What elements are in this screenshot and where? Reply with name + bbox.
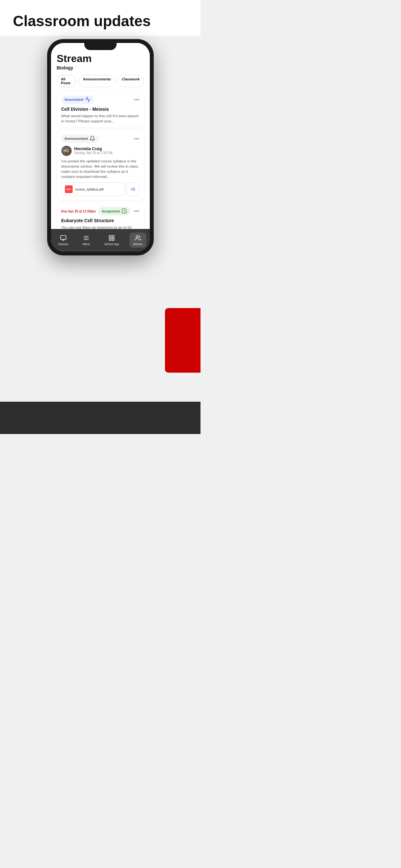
nav-rooms[interactable]: Rooms <box>129 232 147 248</box>
phone-frame: Stream Biology All Posts Announcements C… <box>47 39 154 255</box>
stream-header: Stream Biology <box>57 53 144 70</box>
card-announcement-header: Announcement ••• <box>61 135 140 143</box>
avatar: HC <box>61 146 72 156</box>
card-assessment[interactable]: Assessment ••• Cell Division - Meiosis W… <box>57 92 144 128</box>
card1-title: Cell Division - Meiosis <box>61 106 140 112</box>
tab-classwork[interactable]: Classwork <box>118 75 144 87</box>
assignment-badge: Assignment <box>98 207 130 215</box>
svg-point-8 <box>136 236 138 238</box>
author-date: Sunday, Apr 19 at 2:35 PM <box>74 151 113 155</box>
card-assignment-header: Due Apr 25 at 11:59pm Assignment <box>61 207 140 215</box>
nav-menu[interactable]: Menu <box>79 232 94 248</box>
nav-school-app-label: School App <box>104 243 119 246</box>
assessment-badge: Assessment <box>61 96 94 104</box>
phone-notch <box>84 43 117 50</box>
card1-more-button[interactable]: ••• <box>134 97 140 103</box>
card3-body: You can use them as resources to go to f… <box>61 225 140 228</box>
assignment-badge-label: Assignment <box>102 210 120 213</box>
phone-screen: Stream Biology All Posts Announcements C… <box>51 43 150 252</box>
author-row: HC Henrietta Craig Sunday, Apr 19 at 2:3… <box>61 146 140 156</box>
nav-classes[interactable]: Classes <box>54 232 72 248</box>
card2-more-button[interactable]: ••• <box>134 136 140 142</box>
tab-announcements[interactable]: Announcements <box>79 75 115 87</box>
nav-rooms-label: Rooms <box>133 243 143 246</box>
attachment-file[interactable]: PDF course_syllabus.pdf <box>61 182 125 196</box>
svg-rect-5 <box>112 236 114 238</box>
pdf-icon: PDF <box>65 185 73 193</box>
card3-title: Eukaryote Cell Structure <box>61 218 140 223</box>
menu-icon <box>83 235 90 242</box>
rooms-icon <box>134 235 142 242</box>
phone-wrapper: Stream Biology All Posts Announcements C… <box>0 36 201 402</box>
attachment-row: PDF course_syllabus.pdf +1 <box>61 182 140 196</box>
card1-body: What would happen to this cell if it wer… <box>61 113 140 124</box>
attachment-plus-button[interactable]: +1 <box>127 182 140 196</box>
classes-icon <box>60 235 67 242</box>
stream-subtitle: Biology <box>57 65 144 70</box>
screen-content: Stream Biology All Posts Announcements C… <box>51 43 150 229</box>
school-app-icon <box>108 235 115 242</box>
announcement-badge-label: Announcement <box>65 137 88 141</box>
page-title: Classroom updates <box>13 13 188 29</box>
due-date: Due Apr 25 at 11:59pm <box>61 210 96 213</box>
svg-rect-6 <box>109 239 111 241</box>
card-assessment-header: Assessment ••• <box>61 96 140 104</box>
top-section: Classroom updates <box>0 0 201 36</box>
stream-title: Stream <box>57 53 144 65</box>
bottom-bar <box>0 402 201 434</box>
red-accent-decoration <box>165 308 201 373</box>
announcement-icon <box>89 135 95 142</box>
svg-rect-4 <box>109 236 111 238</box>
bottom-nav: Classes Menu <box>51 229 150 252</box>
file-name: course_syllabus.pdf <box>75 188 104 191</box>
announcement-badge: Announcement <box>61 135 99 143</box>
assessment-badge-label: Assessment <box>65 98 84 101</box>
svg-rect-0 <box>60 236 66 240</box>
card-announcement[interactable]: Announcement ••• HC <box>57 131 144 200</box>
nav-school-app[interactable]: School App <box>100 232 123 248</box>
nav-classes-label: Classes <box>58 243 68 246</box>
author-name: Henrietta Craig <box>74 147 113 151</box>
assignment-icon <box>121 208 127 214</box>
tab-bar: All Posts Announcements Classwork <box>57 75 144 87</box>
assessment-icon <box>85 97 91 103</box>
card-assignment[interactable]: Due Apr 25 at 11:59pm Assignment <box>57 203 144 228</box>
nav-menu-label: Menu <box>83 243 90 246</box>
card3-more-button[interactable]: ••• <box>134 208 140 214</box>
tab-all-posts[interactable]: All Posts <box>57 75 76 87</box>
svg-rect-7 <box>112 239 114 241</box>
card2-body: I've posted the updated course syllabus … <box>61 159 140 179</box>
